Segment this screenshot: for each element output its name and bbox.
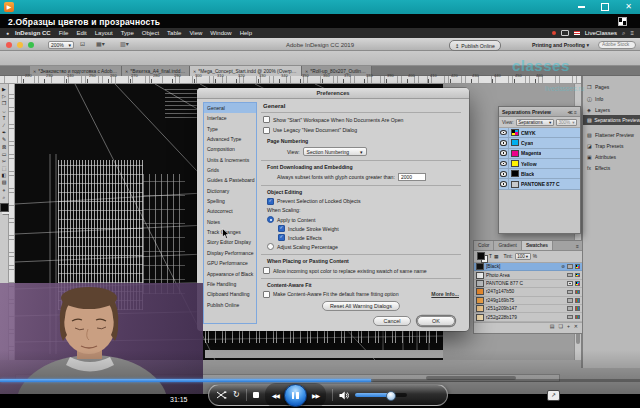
object-formatting-icon[interactable]: ▦ — [494, 254, 499, 259]
dock-item-trap-presets[interactable]: ◪Trap Presets — [583, 141, 640, 151]
menu-object[interactable]: Object — [142, 30, 159, 36]
menu-app-name[interactable]: InDesign CC — [15, 30, 51, 36]
include-effects-row[interactable]: Include Effects — [278, 234, 322, 241]
tool-direct-selection[interactable]: ▷ — [2, 93, 6, 99]
swatch-row[interactable]: r247g147b50 — [474, 288, 582, 296]
separations-ink-limit-dropdown[interactable]: 300%▾ — [556, 119, 577, 126]
horizontal-ruler[interactable]: 2202302402502602702802903003103203303403… — [0, 76, 585, 84]
tool-gradient[interactable]: ◧ — [2, 172, 7, 178]
document-tab[interactable]: ✕*Знакомство и подготовка с Adobe InDesi… — [30, 66, 122, 76]
menu-file[interactable]: File — [59, 30, 69, 36]
zoom-traffic-light[interactable] — [28, 42, 34, 48]
volume-icon[interactable] — [339, 391, 349, 400]
record-status-icon[interactable] — [552, 31, 556, 35]
dock-item-info[interactable]: ⓘInfo — [583, 94, 640, 104]
caf-checkbox[interactable] — [263, 291, 270, 298]
menu-window[interactable]: Window — [210, 30, 231, 36]
visibility-toggle[interactable] — [499, 149, 509, 158]
menu-table[interactable]: Table — [167, 30, 181, 36]
separation-plate-row[interactable]: CMYK — [499, 128, 580, 138]
fill-stroke-swatches[interactable] — [0, 203, 9, 212]
include-stroke-row[interactable]: Include Stroke Weight — [278, 225, 339, 232]
window-maximize-button[interactable] — [601, 3, 609, 11]
prefs-nav-general[interactable]: General — [204, 103, 256, 113]
menu-view[interactable]: View — [189, 30, 202, 36]
tool-rectangle-frame[interactable]: ⊠ — [2, 144, 6, 150]
allow-spot-checkbox[interactable] — [263, 267, 270, 274]
volume-thumb[interactable] — [386, 391, 396, 401]
screen-mode-icon[interactable]: ▥▾ — [120, 41, 129, 48]
prefs-nav-advanced-type[interactable]: Advanced Type — [204, 134, 256, 144]
window-close-button[interactable]: ✕ — [625, 3, 632, 11]
bridge-icon[interactable]: ⊡ — [80, 41, 85, 48]
include-stroke-checkbox[interactable] — [278, 225, 285, 232]
prefs-nav-guides-pasteboard[interactable]: Guides & Pasteboard — [204, 175, 256, 185]
tool-rectangle[interactable]: ▭ — [2, 151, 7, 157]
prefs-nav-notes[interactable]: Notes — [204, 217, 256, 227]
menu-type[interactable]: Type — [121, 30, 134, 36]
prefs-nav-grids[interactable]: Grids — [204, 165, 256, 175]
adjust-scaling-row[interactable]: Adjust Scaling Percentage — [267, 243, 338, 250]
more-info-link[interactable]: More Info... — [431, 291, 459, 297]
show-start-row[interactable]: Show "Start" Workspace When No Documents… — [263, 116, 403, 123]
shuffle-icon[interactable] — [217, 391, 227, 399]
ok-button[interactable]: OK — [417, 316, 455, 326]
video-progress-track[interactable] — [0, 379, 640, 382]
prevent-locked-row[interactable]: Prevent Selection of Locked Objects — [267, 198, 361, 205]
tool-pen[interactable]: ✒ — [2, 129, 6, 135]
workspace-switcher[interactable]: Printing and Proofing ▾ — [532, 42, 589, 48]
document-tab[interactable]: ✕*Roll-up_80x207_Outlines.indd @ 17% — [302, 66, 372, 76]
prefs-nav-autocorrect[interactable]: Autocorrect — [204, 206, 256, 216]
dock-item-pages[interactable]: ❐Pages — [583, 82, 640, 92]
swatch-views-icon[interactable]: ▤ — [550, 323, 555, 329]
swatch-row[interactable]: r252g228b179 — [474, 313, 582, 321]
tool-gradient-feather[interactable]: ▨ — [2, 179, 7, 185]
swatch-row[interactable]: r249g169b75 — [474, 297, 582, 305]
visibility-toggle[interactable] — [499, 159, 509, 168]
caf-row[interactable]: Make Content-Aware Fit the default frame… — [263, 291, 399, 298]
swatch-row[interactable]: Photo Area — [474, 271, 582, 279]
separation-plate-row[interactable]: Cyan — [499, 138, 580, 148]
prefs-nav-units-increments[interactable]: Units & Increments — [204, 155, 256, 165]
player-corner-icon[interactable]: ↗ — [547, 390, 560, 401]
panel-tab-swatches[interactable]: Swatches — [522, 241, 553, 250]
menu-layout[interactable]: Layout — [95, 30, 113, 36]
tint-value-dropdown[interactable]: 100▾ — [515, 253, 531, 260]
apple-menu-icon[interactable]: ● — [6, 30, 9, 36]
apply-to-content-row[interactable]: Apply to Content — [267, 216, 315, 223]
prefs-nav-appearance-of-black[interactable]: Appearance of Black — [204, 269, 256, 279]
stop-button[interactable] — [253, 392, 259, 398]
tool-pencil[interactable]: ✎ — [2, 136, 6, 142]
prefs-nav-file-handling[interactable]: File Handling — [204, 279, 256, 289]
separations-view-dropdown[interactable]: Separations▾ — [516, 119, 554, 126]
prefs-nav-interface[interactable]: Interface — [204, 113, 256, 123]
fast-forward-button[interactable]: ▶▶ — [312, 392, 319, 399]
tool-scissors[interactable]: ✂ — [2, 158, 6, 164]
close-traffic-light[interactable] — [6, 42, 12, 48]
cancel-button[interactable]: Cancel — [373, 316, 411, 326]
swatch-row[interactable]: r251g209b147 — [474, 305, 582, 313]
prevent-locked-checkbox[interactable] — [267, 198, 274, 205]
tool-free-transform[interactable]: ⬚ — [2, 165, 7, 171]
panel-menu-icon[interactable]: ≪ ≡ — [567, 109, 577, 115]
dialog-title[interactable]: Preferences — [197, 88, 469, 99]
panel-tab-color[interactable]: Color — [474, 241, 494, 250]
tool-line[interactable]: ∕ — [4, 122, 5, 128]
prefs-nav-display-performance[interactable]: Display Performance — [204, 248, 256, 258]
glyph-count-input[interactable]: 2000 — [398, 173, 426, 181]
pause-button[interactable] — [284, 384, 307, 407]
prefs-nav-clipboard-handling[interactable]: Clipboard Handling — [204, 289, 256, 299]
publish-online-button[interactable]: ↥Publish Online — [449, 40, 501, 51]
display-status-icon[interactable] — [561, 30, 569, 36]
repeat-icon[interactable]: ↻ — [233, 390, 240, 400]
show-start-checkbox[interactable] — [263, 116, 270, 123]
visibility-toggle[interactable] — [499, 179, 509, 188]
tool-type[interactable]: T — [2, 115, 5, 121]
window-minimize-button[interactable] — [578, 6, 585, 7]
separation-plate-row[interactable]: Yellow — [499, 159, 580, 169]
delete-swatch-icon[interactable]: ✕ — [574, 323, 578, 329]
input-language-flag-icon[interactable] — [574, 31, 580, 35]
minimize-traffic-light[interactable] — [17, 42, 23, 48]
menu-edit[interactable]: Edit — [76, 30, 86, 36]
prefs-nav-dictionary[interactable]: Dictionary — [204, 186, 256, 196]
